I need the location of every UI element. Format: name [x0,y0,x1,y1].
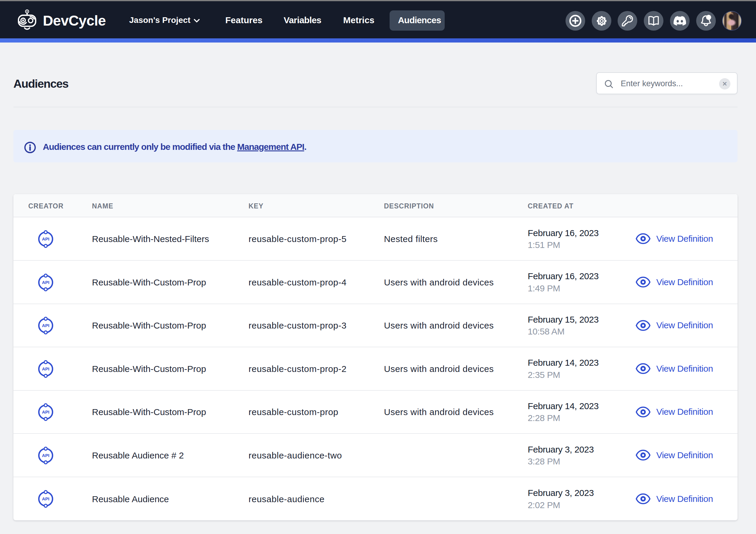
svg-text:API: API [42,236,49,242]
svg-text:API: API [42,410,49,415]
svg-text:API: API [42,366,49,371]
svg-text:API: API [42,453,49,458]
svg-text:API: API [42,496,49,501]
svg-text:API: API [42,280,49,285]
svg-text:API: API [42,323,49,328]
